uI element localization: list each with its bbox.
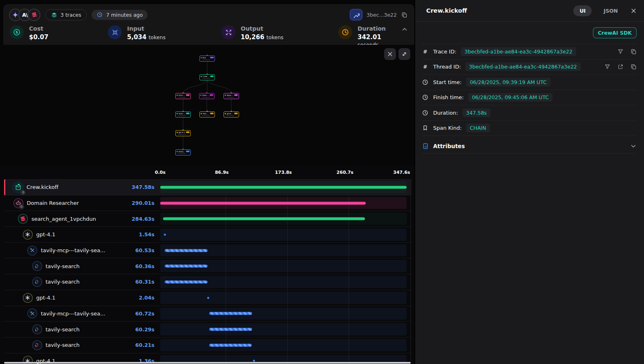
graph-close-button[interactable] <box>384 48 396 60</box>
span-row-search-agent-1vpchdun[interactable]: search_agent_1vpchdun 284.63s <box>4 211 411 226</box>
span-duration: 60.53s <box>135 247 160 253</box>
span-row-gpt-4.1[interactable]: gpt-4.1 2.04s <box>4 290 411 306</box>
node-subtext <box>202 78 210 79</box>
duration-bar <box>209 344 252 346</box>
span-row-tavily-search[interactable]: tavily-search 60.21s <box>4 337 411 353</box>
node-label: tavily-search <box>179 151 186 153</box>
clock-badge-icon <box>19 204 24 209</box>
graph-node[interactable]: search_agen… <box>175 111 191 118</box>
span-duration: 2.04s <box>139 295 160 301</box>
field-thread-id: # Thread ID: 3becbfed-a1be-ae84-ea3c-494… <box>422 60 637 75</box>
dollar-icon: $ <box>10 25 24 39</box>
span-duration: 1.54s <box>139 231 160 237</box>
svg-text:#: # <box>423 49 427 54</box>
duration-bar <box>209 312 252 315</box>
node-label: Run <box>203 57 210 59</box>
updated-time-label: 7 minutes ago <box>106 12 143 18</box>
metric-value: $0.07 <box>29 33 48 41</box>
hash-icon: # <box>422 49 429 55</box>
graph-edges <box>0 45 414 165</box>
waterfall-section: 0.0s86.9s173.8s260.7s347.6s Crew.kickoff… <box>0 165 414 364</box>
openai-icon <box>23 293 33 303</box>
span-name: tavily-search <box>46 263 80 269</box>
external-icon[interactable] <box>617 64 624 70</box>
axis-tick: 86.9s <box>215 170 229 175</box>
graph-node[interactable]: generate_&_pre… <box>224 111 239 118</box>
span-duration: 60.29s <box>135 326 160 333</box>
graph-node[interactable]: tavily-search <box>175 149 191 155</box>
close-panel-icon[interactable] <box>631 8 637 14</box>
graph-node[interactable]: Crew.kickoff <box>199 74 215 80</box>
node-type-icon <box>201 76 202 77</box>
layers-icon <box>51 12 58 18</box>
tab-ui[interactable]: UI <box>573 5 592 16</box>
duration-track <box>160 323 407 335</box>
node-subtext <box>202 60 210 60</box>
trace-header-row: A\ 3 traces 7 minutes ago 3bec...3e22 <box>3 4 414 23</box>
graph-node[interactable]: Domain Resear… <box>175 93 191 99</box>
attributes-row[interactable]: Attributes <box>422 138 637 154</box>
node-type-icon <box>225 113 226 114</box>
copy-icon[interactable] <box>631 64 637 70</box>
clock-icon <box>422 110 429 116</box>
graph-node[interactable]: Run <box>199 55 215 62</box>
tab-json[interactable]: JSON <box>604 8 618 14</box>
span-row-tavily-mcp-tavily-sea...[interactable]: tavily-mcp---tavily-sea... 60.72s <box>4 306 411 322</box>
span-name: Domain Researcher <box>27 200 79 206</box>
span-row-tavily-search[interactable]: tavily-search 60.36s <box>4 258 411 274</box>
metric-label: Output <box>241 25 284 32</box>
node-badge <box>210 94 213 96</box>
node-label: Domain Resear… <box>179 94 186 96</box>
filter-icon[interactable] <box>617 49 624 55</box>
svg-text:#: # <box>423 64 427 70</box>
chevron-down-icon[interactable] <box>630 143 637 149</box>
graph-node[interactable]: gpt-4.1 <box>175 130 191 136</box>
copy-icon[interactable] <box>631 49 637 55</box>
metrics-row: $ Cost $0.07 Input 5,034 tokens Output 1… <box>3 23 414 48</box>
span-row-tavily-search[interactable]: tavily-search 60.29s <box>4 321 411 337</box>
tavily-icon <box>32 340 42 350</box>
tavily-icon <box>32 261 42 271</box>
chevron-up-icon[interactable] <box>401 26 408 34</box>
clock-amber-icon <box>338 25 352 39</box>
filter-icon[interactable] <box>604 64 610 70</box>
arrows-in-icon <box>108 25 122 39</box>
duration-bar <box>165 265 208 268</box>
metric-label: Duration <box>358 25 401 32</box>
graph-node[interactable]: Data Analyst <box>199 93 215 99</box>
span-row-tavily-search[interactable]: tavily-search 60.31s <box>4 274 411 290</box>
field-finish-time: Finish time: 06/28/2025, 09:45:06 AM UTC <box>422 90 637 106</box>
span-row-tavily-mcp-tavily-sea...[interactable]: tavily-mcp---tavily-sea... 60.53s <box>4 242 411 258</box>
graph-node[interactable]: Report Writer <box>224 93 239 99</box>
duration-track <box>160 339 407 351</box>
span-row-domain-researcher[interactable]: Domain Researcher 290.01s <box>4 195 411 211</box>
span-row-crew.kickoff[interactable]: Crew.kickoff 347.58s <box>4 179 411 195</box>
span-rows: Crew.kickoff 347.58s Domain Researcher 2… <box>4 179 411 364</box>
axis-tick: 0.0s <box>155 170 165 175</box>
duration-bar <box>163 218 365 220</box>
clock-icon <box>422 94 429 100</box>
graph-expand-button[interactable] <box>398 48 410 60</box>
metric-value: 5,034 tokens <box>127 33 165 41</box>
sdk-badge-row: CrewAI SDK <box>422 27 637 38</box>
clock-badge-icon <box>20 190 25 195</box>
node-subtext <box>226 115 234 116</box>
node-type-icon <box>200 95 201 96</box>
hash-icon: # <box>422 64 429 70</box>
span-duration: 284.63s <box>132 216 160 222</box>
trend-chart-button[interactable] <box>350 9 362 20</box>
axis-tick: 173.8s <box>275 170 292 175</box>
trace-graph-canvas[interactable]: Run Crew.kickoff Domain Resear… Data Ana… <box>0 45 414 165</box>
horizontal-scrollbar[interactable] <box>4 362 411 364</box>
scale-logo-avatar[interactable] <box>28 9 40 21</box>
span-duration: 60.31s <box>135 279 160 285</box>
copy-icon[interactable] <box>401 12 408 18</box>
span-row-gpt-4.1[interactable]: gpt-4.1 1.54s <box>4 226 411 242</box>
openai-icon <box>23 230 33 240</box>
node-label: Data Analyst <box>202 94 209 96</box>
trace-viewer-app: A\ 3 traces 7 minutes ago 3bec...3e22 <box>0 0 644 364</box>
graph-node[interactable]: standard_&_res… <box>199 111 215 118</box>
node-subtext <box>226 97 234 98</box>
traces-count-badge[interactable]: 3 traces <box>45 9 87 20</box>
node-type-icon <box>201 113 202 114</box>
